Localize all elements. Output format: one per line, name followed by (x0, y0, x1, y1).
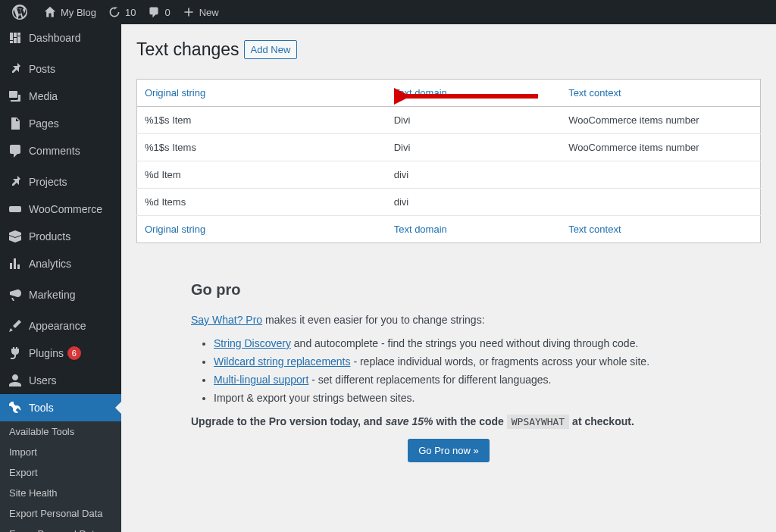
plus-icon (183, 6, 195, 18)
sidebar-item-tools[interactable]: Tools (0, 394, 121, 421)
wp-logo[interactable] (6, 0, 38, 24)
cell-context: WooCommerce items number (561, 107, 760, 134)
sidebar-item-label: Comments (29, 145, 80, 157)
sidebar-item-label: Appearance (29, 320, 86, 332)
admin-sidebar: DashboardPostsMediaPagesCommentsProjects… (0, 24, 121, 532)
submenu-item-import[interactable]: Import (0, 442, 121, 462)
sidebar-item-label: Tools (29, 402, 54, 414)
media-icon (8, 89, 23, 104)
gopro-upgrade-text: Upgrade to the Pro version today, and sa… (191, 415, 706, 427)
text-changes-table: Original string Text domain Text context… (136, 79, 761, 243)
table-row[interactable]: %1$s ItemDiviWooCommerce items number (137, 107, 761, 134)
gopro-bullet-link[interactable]: Multi-lingual support (214, 374, 308, 386)
chart-icon (8, 256, 23, 271)
user-icon (8, 373, 23, 388)
new-label: New (199, 7, 219, 18)
gopro-bullet-link[interactable]: Wildcard string replacements (214, 355, 351, 368)
wrench-icon (8, 400, 23, 415)
megaphone-icon (8, 287, 23, 302)
col-text-context[interactable]: Text context (561, 216, 760, 243)
gopro-button[interactable]: Go Pro now » (408, 439, 490, 462)
woo-icon (8, 202, 23, 217)
sidebar-item-label: Projects (29, 176, 67, 188)
updates-icon (108, 6, 120, 18)
sidebar-item-appearance[interactable]: Appearance (0, 312, 121, 340)
cell-domain: divi (386, 189, 561, 216)
sidebar-item-label: Analytics (29, 258, 71, 270)
table-row[interactable]: %1$s ItemsDiviWooCommerce items number (137, 134, 761, 161)
main-content: Text changes Add New Original string Tex… (121, 24, 776, 532)
gopro-bullet: String Discovery and autocomplete - find… (214, 337, 706, 349)
cell-domain: Divi (386, 107, 561, 134)
gopro-heading: Go pro (191, 281, 706, 299)
submenu-item-available-tools[interactable]: Available Tools (0, 421, 121, 442)
dashboard-icon (8, 30, 23, 45)
cell-domain: divi (386, 161, 561, 189)
box-icon (8, 229, 23, 244)
sidebar-item-label: Products (29, 230, 70, 243)
sidebar-item-label: Pages (29, 117, 59, 130)
sidebar-item-comments[interactable]: Comments (0, 137, 121, 164)
brush-icon (8, 318, 23, 333)
col-text-context[interactable]: Text context (561, 80, 760, 107)
col-text-domain[interactable]: Text domain (386, 80, 561, 107)
page-title: Text changes (136, 39, 239, 60)
comments-count: 0 (164, 7, 170, 18)
sidebar-item-label: Users (29, 374, 57, 386)
sidebar-item-label: WooCommerce (29, 203, 102, 215)
page-header: Text changes Add New (136, 39, 761, 60)
sidebar-item-label: Marketing (29, 289, 75, 301)
sidebar-item-woocommerce[interactable]: WooCommerce (0, 196, 121, 223)
new-link[interactable]: New (177, 0, 225, 24)
gopro-bullet: Wildcard string replacements - replace i… (214, 355, 706, 368)
table-row[interactable]: %d Itemsdivi (137, 189, 761, 216)
cell-original: %1$s Items (137, 134, 386, 161)
submenu-item-export[interactable]: Export (0, 462, 121, 483)
sidebar-item-plugins[interactable]: Plugins6 (0, 340, 121, 367)
sidebar-item-projects[interactable]: Projects (0, 168, 121, 196)
sidebar-item-label: Media (29, 90, 58, 102)
cell-context (561, 161, 760, 189)
sidebar-item-marketing[interactable]: Marketing (0, 281, 121, 308)
table-row[interactable]: %d Itemdivi (137, 161, 761, 189)
gopro-bullet: Multi-lingual support - set different re… (214, 374, 706, 386)
submenu-item-export-personal-data[interactable]: Export Personal Data (0, 503, 121, 524)
sidebar-item-pages[interactable]: Pages (0, 110, 121, 137)
promo-code: WPSAYWHAT (507, 415, 569, 429)
update-badge: 6 (67, 346, 81, 360)
sidebar-item-users[interactable]: Users (0, 367, 121, 394)
col-text-domain[interactable]: Text domain (386, 216, 561, 243)
site-link[interactable]: My Blog (38, 0, 102, 24)
col-original-string[interactable]: Original string (137, 80, 386, 107)
pin-icon (8, 61, 23, 77)
saywhat-pro-link[interactable]: Say What? Pro (191, 314, 262, 326)
comment-icon (8, 143, 23, 158)
sidebar-item-label: Dashboard (29, 32, 81, 44)
comment-icon (148, 6, 160, 18)
sidebar-item-label: Posts (29, 63, 55, 75)
cell-original: %1$s Item (137, 107, 386, 134)
plug-icon (8, 346, 23, 361)
sidebar-item-media[interactable]: Media (0, 83, 121, 110)
submenu-item-erase-personal-data[interactable]: Erase Personal Data (0, 524, 121, 532)
sidebar-item-analytics[interactable]: Analytics (0, 250, 121, 277)
site-name: My Blog (61, 7, 96, 18)
svg-rect-0 (9, 206, 21, 212)
col-original-string[interactable]: Original string (137, 216, 386, 243)
tools-submenu: Available ToolsImportExportSite HealthEx… (0, 421, 121, 532)
submenu-item-site-health[interactable]: Site Health (0, 483, 121, 503)
cell-context: WooCommerce items number (561, 134, 760, 161)
updates-count: 10 (125, 7, 136, 18)
sidebar-item-dashboard[interactable]: Dashboard (0, 24, 121, 52)
add-new-button[interactable]: Add New (244, 40, 298, 59)
sidebar-item-posts[interactable]: Posts (0, 55, 121, 83)
gopro-section: Go pro Say What? Pro makes it even easie… (191, 281, 706, 462)
cell-original: %d Items (137, 189, 386, 216)
gopro-bullet: Import & export your strings between sit… (214, 392, 706, 404)
sidebar-item-label: Plugins (29, 347, 64, 359)
updates-link[interactable]: 10 (102, 0, 142, 24)
gopro-bullet-link[interactable]: String Discovery (214, 337, 291, 349)
sidebar-item-products[interactable]: Products (0, 223, 121, 250)
admin-toolbar: My Blog 10 0 New (0, 0, 776, 24)
comments-link[interactable]: 0 (142, 0, 176, 24)
